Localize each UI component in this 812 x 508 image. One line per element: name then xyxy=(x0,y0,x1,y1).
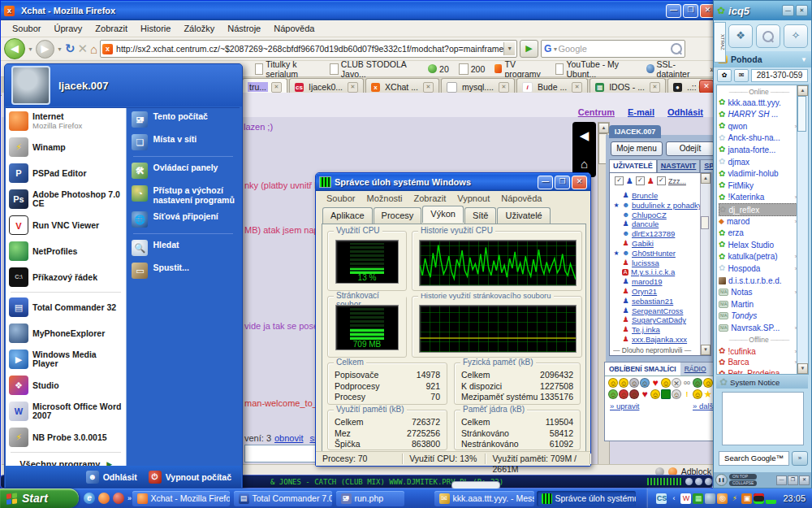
chat-input[interactable] xyxy=(244,445,317,462)
menu-item[interactable]: Soubor xyxy=(6,22,47,35)
restore-button[interactable]: ❐ xyxy=(788,475,798,485)
user-list-item[interactable]: ♟Bruncle xyxy=(613,191,658,200)
taskmgr-titlebar[interactable]: Správce úloh systému Windows — ❐ ✕ xyxy=(316,173,590,191)
icq-contact[interactable]: ✿erza xyxy=(719,228,799,239)
smiley-link[interactable]: » upravit xyxy=(610,402,639,410)
start-menu-item-studio[interactable]: ❖Studio xyxy=(6,372,126,398)
icq-contact[interactable]: ✿Hospoda» xyxy=(719,263,799,274)
start-menu-item-myphoneexplorer[interactable]: MyPhoneExplorer xyxy=(6,320,126,346)
scroll-down-icon[interactable]: ▼ xyxy=(701,345,710,355)
user-list-item[interactable]: ♟lucisssa xyxy=(613,258,659,267)
user-list-item[interactable]: ♟sebastian21 xyxy=(613,297,673,306)
odejit-button[interactable]: Odejít xyxy=(666,141,715,156)
url-dropdown-icon[interactable]: ▼ xyxy=(503,42,515,55)
network-icon[interactable]: ❖ xyxy=(728,24,753,48)
start-menu-item-total-commander-32[interactable]: ▤Total Commander 32 xyxy=(6,294,126,320)
face-smiley-icon[interactable]: ☺ xyxy=(703,378,713,388)
start-menu-item-hledat[interactable]: 🔍Hledat xyxy=(127,237,240,259)
icq-scrollbar[interactable]: ▲ ▼ xyxy=(797,85,809,375)
taskmgr-menu-item[interactable]: Zobrazit xyxy=(408,193,452,204)
minimize-button[interactable]: — xyxy=(538,176,553,189)
icq-contact[interactable]: ✿FitMiky xyxy=(719,180,799,191)
icq-titlebar[interactable]: ✿ icq5 — ✕ xyxy=(714,1,811,20)
logoff-button[interactable]: ☻ Odhlásit xyxy=(86,471,137,484)
user-list-item[interactable]: ☻dlrEx123789 xyxy=(613,229,675,238)
user-name[interactable]: sebastian21 xyxy=(632,297,673,306)
search-icon[interactable] xyxy=(756,24,780,48)
icq-contact[interactable]: N/ATondys xyxy=(719,310,799,322)
start-menu-item-pspad-editor[interactable]: PPSPad Editor xyxy=(6,160,126,186)
minimize-button[interactable]: — xyxy=(776,475,787,485)
taskbar-button-msg[interactable]: ✉kkk.aaa.ttt.yyy. - Mess... xyxy=(434,491,534,506)
user-list-item[interactable]: ♟Te.j.inka xyxy=(613,325,660,334)
icq-contact[interactable]: ✿kkk.aaa.ttt.yyy. xyxy=(719,97,799,108)
icq-contact[interactable]: ✿HARRY SH ... xyxy=(719,109,799,120)
bookmark-item[interactable]: Titulky k serialum xyxy=(251,59,324,79)
user-list-item[interactable]: ♟dancule xyxy=(613,219,659,228)
user-name[interactable]: M.y.s.i.i.c.k.a xyxy=(631,267,675,276)
tray-cs-badge[interactable]: CS xyxy=(656,493,667,504)
firefox-icon[interactable] xyxy=(98,493,110,504)
start-menu-item-nb-probe-3-0-0015[interactable]: ⚡NB Probe 3.0.0015 xyxy=(6,424,126,450)
face-smiley-icon[interactable]: ☺ xyxy=(672,389,681,399)
minimize-button[interactable]: — xyxy=(666,4,681,18)
system-notice-bar[interactable]: ✿ System Notice xyxy=(716,376,808,389)
close-button[interactable]: ✕ xyxy=(799,475,810,485)
user-name[interactable]: Te.j.inka xyxy=(632,325,660,334)
green-grid-icon[interactable]: ▦ xyxy=(693,493,703,504)
player-button[interactable] xyxy=(695,478,702,485)
nav-left-icon[interactable]: ◀ xyxy=(580,128,590,143)
close-tab-button[interactable]: ✕ xyxy=(699,80,714,93)
scroll-up-icon[interactable]: ▲ xyxy=(598,123,609,133)
face-smiley-icon[interactable]: ☺ xyxy=(608,378,618,388)
close-button[interactable]: ✕ xyxy=(796,5,808,16)
user-name[interactable]: SugaryCatDady xyxy=(632,315,686,324)
bookmark-item[interactable]: 200 xyxy=(455,63,490,75)
start-menu-item-p-stup-a-v-choz-nastaven-program-[interactable]: ◔Přístup a výchozí nastavení programů xyxy=(127,182,240,208)
ontop-button[interactable]: ON TOP xyxy=(729,474,757,480)
user-name[interactable]: xxx.Bajanka.xxx xyxy=(632,335,687,344)
reload-button[interactable]: ↻ xyxy=(65,41,76,56)
start-menu-item-m-sta-v-s-ti[interactable]: ❏Místa v síti xyxy=(127,131,240,154)
google-search-field[interactable]: Search Google™ xyxy=(719,451,789,466)
sidebar-user-tab[interactable]: IJACEK.007 xyxy=(609,125,661,138)
icq-contact[interactable]: ✿katulka(petra)» xyxy=(719,251,799,263)
start-menu-item-s-ov-p-ipojen-[interactable]: 🌐Síťová připojení xyxy=(127,208,240,231)
url-bar[interactable]: x http://sx2.xchat.centrum.cz/~$2087269~… xyxy=(100,40,517,58)
user-list-item[interactable]: ♟Oryn21 xyxy=(613,287,657,296)
icq-contact[interactable]: ✿janata-forte... xyxy=(719,144,799,155)
icq-contact[interactable]: N/ANavrsak.SP...» xyxy=(719,322,799,333)
menu-item[interactable]: Nápověda xyxy=(267,22,321,35)
stop-button[interactable]: ✕ xyxy=(77,41,88,56)
scroll-up-icon[interactable]: ▲ xyxy=(701,173,710,184)
shutdown-button[interactable]: ⏻ Vypnout počítač xyxy=(149,471,231,484)
home-button[interactable]: ⌂ xyxy=(90,42,97,56)
icq-contact[interactable]: ✿Petr_Prodejna xyxy=(719,368,799,375)
search-placeholder[interactable]: Google xyxy=(558,44,671,54)
user-name[interactable]: dancule xyxy=(632,219,659,228)
start-menu-item-microsoft-office-word-2007[interactable]: WMicrosoft Office Word 2007 xyxy=(6,398,126,424)
icq-contact[interactable]: ✿qwon» xyxy=(719,120,799,132)
back-button[interactable]: ◀ xyxy=(4,38,25,59)
user-name[interactable]: marod19 xyxy=(632,277,663,286)
pin-smiley-icon[interactable]: ✕ xyxy=(672,378,681,388)
icq-contact[interactable]: ✿!Katerinka» xyxy=(719,192,799,203)
icq-contact[interactable]: N/AMartin xyxy=(719,298,799,310)
face-smiley-icon[interactable]: ☺ xyxy=(693,389,702,399)
taskmgr-menu-item[interactable]: Nápověda xyxy=(495,193,547,204)
engine-dropdown-icon[interactable]: ▼ xyxy=(552,46,558,52)
start-menu-item-internet[interactable]: InternetMozilla Firefox xyxy=(6,108,126,134)
tab-close-icon[interactable]: ✕ xyxy=(423,82,434,93)
chevron-down-icon[interactable]: ▼ xyxy=(801,56,807,63)
user-list-item[interactable]: ♟Gabiki xyxy=(613,239,654,248)
bookmark-item[interactable]: SSL-datainter xyxy=(642,59,704,79)
start-menu-item-p-kazov-dek[interactable]: C:\Příkazový řádek xyxy=(6,264,126,290)
user-list-item[interactable]: AM.y.s.i.i.c.k.a xyxy=(613,267,675,276)
ie-icon[interactable]: e xyxy=(84,493,95,504)
top-link-centrum[interactable]: Centrum xyxy=(578,107,615,117)
red-orb-icon[interactable] xyxy=(113,493,124,504)
orange-target-icon[interactable]: ◎ xyxy=(717,493,728,504)
firefox-titlebar[interactable]: x Xchat - Mozilla Firefox — ❐ ✕ xyxy=(1,1,719,20)
heart-smiley-icon[interactable]: ♥ xyxy=(650,378,660,388)
icq-contact[interactable]: ✿djmax xyxy=(719,156,799,167)
